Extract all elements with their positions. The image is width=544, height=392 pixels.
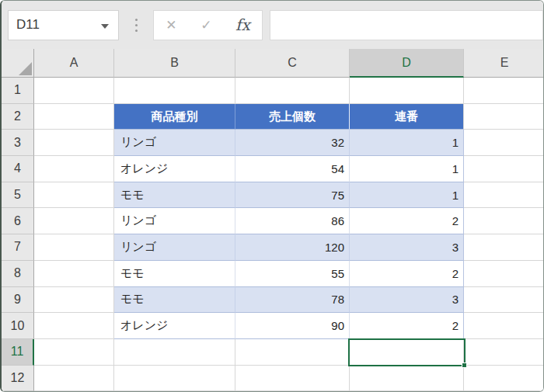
cell-E3[interactable]: [464, 130, 544, 156]
row-header-12[interactable]: 12: [2, 366, 34, 392]
cell-B3[interactable]: リンゴ: [114, 130, 235, 156]
cell-D8[interactable]: 2: [350, 261, 464, 287]
cell-B11[interactable]: [114, 339, 235, 366]
cell-E7[interactable]: [464, 234, 544, 261]
cell-B2-table-header[interactable]: 商品種別: [114, 104, 235, 130]
cell-B7[interactable]: リンゴ: [114, 234, 235, 261]
cell-A10[interactable]: [34, 313, 114, 339]
cell-B1[interactable]: [114, 78, 235, 104]
cell-D7[interactable]: 3: [350, 234, 464, 261]
cell-C2-table-header[interactable]: 売上個数: [235, 104, 350, 130]
cell-A9[interactable]: [34, 287, 114, 314]
cell-C5[interactable]: 75: [235, 182, 350, 209]
cell-E1[interactable]: [464, 78, 544, 104]
cell-E10[interactable]: [464, 313, 544, 339]
cell-A12[interactable]: [34, 366, 114, 392]
cell-A4[interactable]: [34, 156, 114, 182]
cell-C4[interactable]: 54: [235, 156, 350, 182]
name-box-value: D11: [16, 17, 40, 33]
cell-B12[interactable]: [114, 366, 235, 392]
cell-D11-selected[interactable]: [350, 339, 464, 366]
cell-A1[interactable]: [34, 78, 114, 104]
row-header-1[interactable]: 1: [2, 78, 34, 104]
row-header-8[interactable]: 8: [2, 261, 34, 287]
cell-E6[interactable]: [464, 208, 544, 234]
row-header-11-selected[interactable]: 11: [2, 339, 34, 366]
cancel-icon[interactable]: ✕: [166, 19, 176, 32]
cell-C8[interactable]: 55: [235, 261, 350, 287]
cell-A7[interactable]: [34, 234, 114, 261]
cell-D2-table-header[interactable]: 連番: [350, 104, 464, 130]
confirm-icon[interactable]: ✓: [201, 19, 211, 32]
cell-E9[interactable]: [464, 287, 544, 314]
row-header-4[interactable]: 4: [2, 156, 34, 182]
cell-D12[interactable]: [350, 366, 464, 392]
cell-C12[interactable]: [235, 366, 350, 392]
cell-C6[interactable]: 86: [235, 208, 350, 234]
cell-E11[interactable]: [464, 339, 544, 366]
cell-D9[interactable]: 3: [350, 287, 464, 314]
cell-D6[interactable]: 2: [350, 208, 464, 234]
cell-A8[interactable]: [34, 261, 114, 287]
cell-B6[interactable]: リンゴ: [114, 208, 235, 234]
column-header-b[interactable]: B: [114, 49, 235, 78]
column-header-a[interactable]: A: [34, 49, 114, 78]
row-header-9[interactable]: 9: [2, 287, 34, 314]
cell-E4[interactable]: [464, 156, 544, 182]
cell-E8[interactable]: [464, 261, 544, 287]
cell-B9[interactable]: モモ: [114, 287, 235, 314]
cell-A2[interactable]: [34, 104, 114, 130]
cell-A11[interactable]: [34, 339, 114, 366]
row-header-2[interactable]: 2: [2, 104, 34, 130]
excel-window: D11 ✕ ✓ fx A B C D E 1 2 商品種別: [0, 0, 544, 392]
cell-E2[interactable]: [464, 104, 544, 130]
column-header-c[interactable]: C: [235, 49, 350, 78]
cell-A3[interactable]: [34, 130, 114, 156]
separator-dots-icon: [119, 19, 153, 32]
cell-D1[interactable]: [350, 78, 464, 104]
cell-C10[interactable]: 90: [235, 313, 350, 339]
cell-D10[interactable]: 2: [350, 313, 464, 339]
chevron-down-icon[interactable]: [101, 24, 109, 29]
cell-B8[interactable]: モモ: [114, 261, 235, 287]
cell-C9[interactable]: 78: [235, 287, 350, 314]
cell-C7[interactable]: 120: [235, 234, 350, 261]
cell-B10[interactable]: オレンジ: [114, 313, 235, 339]
insert-function-icon[interactable]: fx: [235, 17, 250, 33]
formula-input[interactable]: [270, 10, 543, 40]
cell-B5[interactable]: モモ: [114, 182, 235, 209]
row-header-6[interactable]: 6: [2, 208, 34, 234]
select-all-triangle-icon: [19, 62, 32, 75]
cell-C1[interactable]: [235, 78, 350, 104]
name-box[interactable]: D11: [8, 10, 119, 40]
cell-B4[interactable]: オレンジ: [114, 156, 235, 182]
cell-D5[interactable]: 1: [350, 182, 464, 209]
column-header-e[interactable]: E: [464, 49, 544, 78]
cell-D4[interactable]: 1: [350, 156, 464, 182]
formula-bar-row: D11 ✕ ✓ fx: [2, 1, 543, 49]
cell-D3[interactable]: 1: [350, 130, 464, 156]
cell-A5[interactable]: [34, 182, 114, 209]
select-all-corner[interactable]: [2, 49, 34, 78]
row-header-10[interactable]: 10: [2, 313, 34, 339]
row-header-7[interactable]: 7: [2, 234, 34, 261]
row-header-5[interactable]: 5: [2, 182, 34, 209]
formula-buttons-panel: ✕ ✓ fx: [153, 10, 263, 40]
row-header-3[interactable]: 3: [2, 130, 34, 156]
cell-C11[interactable]: [235, 339, 350, 366]
cell-C3[interactable]: 32: [235, 130, 350, 156]
cell-E5[interactable]: [464, 182, 544, 209]
cell-E12[interactable]: [464, 366, 544, 392]
cell-A6[interactable]: [34, 208, 114, 234]
sheet-grid: A B C D E 1 2 商品種別 売上個数 連番 3 リンゴ 32 1 4 …: [2, 49, 543, 391]
column-header-d-selected[interactable]: D: [350, 49, 464, 78]
